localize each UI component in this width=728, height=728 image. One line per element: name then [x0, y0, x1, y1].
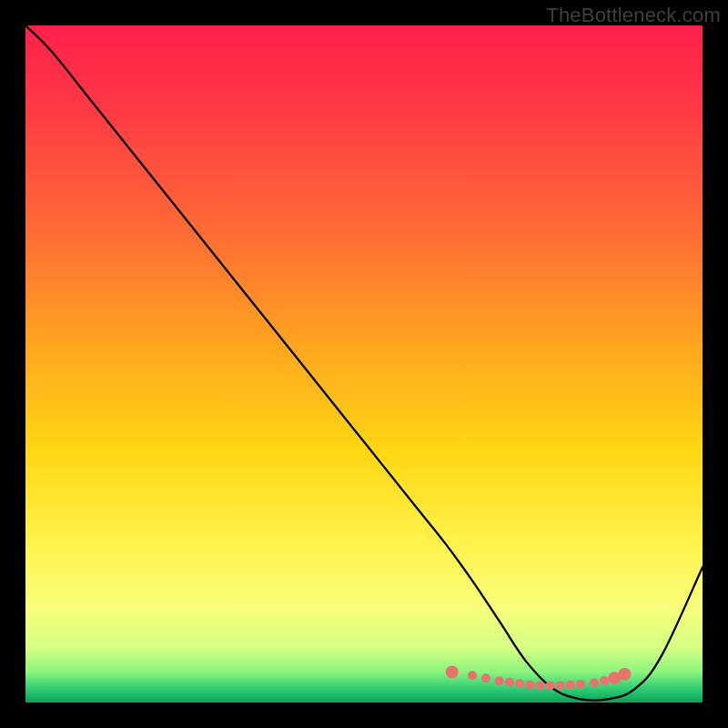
marker-point	[590, 678, 599, 687]
marker-point	[576, 680, 585, 689]
marker-point	[481, 673, 490, 682]
watermark-label: TheBottleneck.com	[546, 4, 721, 27]
marker-point	[505, 678, 514, 687]
marker-point	[446, 666, 459, 679]
marker-point	[515, 679, 524, 688]
marker-point	[546, 681, 555, 690]
marker-point	[556, 681, 565, 690]
marker-point	[525, 681, 534, 690]
chart-background	[25, 25, 703, 703]
marker-point	[600, 676, 609, 685]
marker-point	[495, 676, 504, 685]
marker-point	[618, 668, 631, 681]
chart-frame: TheBottleneck.com	[0, 0, 728, 728]
chart-svg	[25, 25, 703, 703]
marker-point	[468, 671, 477, 680]
marker-point	[566, 681, 575, 690]
plot-area	[25, 25, 703, 703]
marker-point	[535, 681, 544, 690]
